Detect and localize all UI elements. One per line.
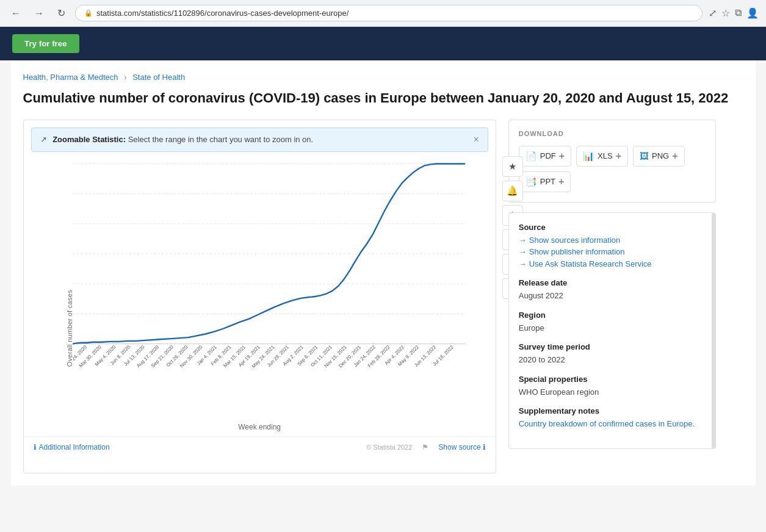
show-source-link[interactable]: Show source ℹ bbox=[438, 443, 485, 451]
release-date-heading: Release date bbox=[519, 278, 706, 287]
site-header: Try for free bbox=[0, 27, 766, 60]
page-content: Health, Pharma & Medtech › State of Heal… bbox=[11, 60, 756, 486]
additional-info-link[interactable]: ℹ Additional Information bbox=[34, 443, 110, 451]
bell-tool-button[interactable]: 🔔 bbox=[502, 181, 523, 201]
zoom-icon: ↗ bbox=[40, 135, 47, 144]
main-layout: ↗ Zoomable Statistic: Select the range i… bbox=[23, 120, 743, 473]
star-tool-button[interactable]: ★ bbox=[502, 156, 523, 177]
download-heading: DOWNLOAD bbox=[519, 130, 706, 137]
zoom-close-button[interactable]: × bbox=[473, 134, 479, 145]
zoom-bold: Zoomable Statistic: bbox=[52, 135, 126, 144]
lock-icon: 🔒 bbox=[84, 9, 93, 17]
share-icon[interactable]: ⤢ bbox=[709, 7, 717, 19]
region-heading: Region bbox=[519, 311, 706, 320]
info-panel: DOWNLOAD 📄 PDF + 📊 XLS + 🖼 PNG bbox=[508, 120, 716, 449]
xls-icon: 📊 bbox=[583, 151, 594, 162]
meta-supplementary: Supplementary notes Country breakdown of… bbox=[519, 406, 706, 430]
chart-card: ↗ Zoomable Statistic: Select the range i… bbox=[23, 120, 496, 473]
source-link-3[interactable]: →Use Ask Statista Research Service bbox=[519, 258, 706, 270]
x-axis-label: Week ending bbox=[24, 423, 496, 436]
source-info-icon: ℹ bbox=[483, 443, 486, 451]
meta-survey-period: Survey time period 2020 to 2022 bbox=[519, 342, 706, 366]
breadcrumb: Health, Pharma & Medtech › State of Heal… bbox=[23, 73, 743, 82]
star-icon[interactable]: ☆ bbox=[721, 7, 730, 19]
meta-region: Region Europe bbox=[519, 311, 706, 334]
browser-bar: ← → ↻ 🔒 statista.com/statistics/1102896/… bbox=[0, 0, 766, 27]
breadcrumb-separator: › bbox=[124, 73, 126, 82]
pdf-label: PDF bbox=[540, 151, 556, 160]
download-pdf-button[interactable]: 📄 PDF + bbox=[519, 146, 571, 167]
chart-bottom-bar: ℹ Additional Information © Statista 2022… bbox=[24, 436, 496, 458]
meta-special-properties: Special properties WHO European region bbox=[519, 375, 706, 398]
chart-svg: 300,000,000 250,000,000 200,000,000 150,… bbox=[73, 158, 465, 372]
scrollbar[interactable] bbox=[712, 213, 715, 448]
source-heading: Source bbox=[519, 223, 706, 232]
png-label: PNG bbox=[652, 151, 669, 160]
chart-area: Overall number of cases 3 bbox=[24, 152, 496, 420]
tab-icon[interactable]: ⧉ bbox=[735, 7, 742, 19]
source-link-1[interactable]: →Show sources information bbox=[519, 234, 706, 246]
breadcrumb-parent[interactable]: Health, Pharma & Medtech bbox=[23, 73, 118, 82]
zoom-banner: ↗ Zoomable Statistic: Select the range i… bbox=[31, 128, 488, 152]
pdf-plus-icon: + bbox=[559, 151, 565, 162]
ppt-label: PPT bbox=[540, 177, 555, 186]
additional-info-label: Additional Information bbox=[39, 443, 110, 451]
chart-right-links: © Statista 2022 ⚑ Show source ℹ bbox=[366, 443, 486, 451]
ppt-icon: 📑 bbox=[526, 176, 537, 187]
page-title: Cumulative number of coronavirus (COVID-… bbox=[23, 89, 743, 107]
profile-icon[interactable]: 👤 bbox=[746, 7, 759, 19]
png-plus-icon: + bbox=[672, 151, 677, 162]
copyright-text: © Statista 2022 bbox=[366, 444, 412, 451]
reload-button[interactable]: ↻ bbox=[54, 6, 69, 20]
flag-icon: ⚑ bbox=[422, 443, 428, 451]
pdf-icon: 📄 bbox=[526, 151, 537, 162]
breadcrumb-current[interactable]: State of Health bbox=[132, 73, 185, 82]
url-bar[interactable]: 🔒 statista.com/statistics/1102896/corona… bbox=[75, 5, 703, 21]
release-date-value: August 2022 bbox=[519, 290, 706, 302]
survey-heading: Survey time period bbox=[519, 342, 706, 351]
png-icon: 🖼 bbox=[640, 151, 649, 161]
chart-svg-container: 300,000,000 250,000,000 200,000,000 150,… bbox=[73, 158, 465, 372]
special-heading: Special properties bbox=[519, 375, 706, 384]
ppt-plus-icon: + bbox=[558, 176, 564, 187]
xls-plus-icon: + bbox=[616, 151, 621, 162]
supplementary-link[interactable]: Country breakdown of confirmed cases in … bbox=[519, 418, 706, 430]
browser-actions: ⤢ ☆ ⧉ 👤 bbox=[709, 7, 759, 19]
back-button[interactable]: ← bbox=[7, 7, 24, 20]
meta-source: Source →Show sources information →Show p… bbox=[519, 223, 706, 270]
meta-release-date: Release date August 2022 bbox=[519, 278, 706, 302]
download-xls-button[interactable]: 📊 XLS + bbox=[576, 146, 628, 167]
survey-period-value: 2020 to 2022 bbox=[519, 354, 706, 366]
download-buttons: 📄 PDF + 📊 XLS + 🖼 PNG + bbox=[519, 146, 706, 192]
download-png-button[interactable]: 🖼 PNG + bbox=[633, 146, 685, 167]
zoom-banner-text: ↗ Zoomable Statistic: Select the range i… bbox=[40, 135, 314, 144]
y-axis-label: Overall number of cases bbox=[66, 290, 73, 367]
forward-button[interactable]: → bbox=[31, 7, 48, 20]
supplementary-heading: Supplementary notes bbox=[519, 406, 706, 415]
download-section: DOWNLOAD 📄 PDF + 📊 XLS + 🖼 PNG bbox=[508, 120, 716, 203]
try-for-free-button[interactable]: Try for free bbox=[12, 34, 79, 53]
info-icon: ℹ bbox=[34, 443, 37, 451]
download-ppt-button[interactable]: 📑 PPT + bbox=[519, 171, 571, 192]
source-link-2[interactable]: →Show publisher information bbox=[519, 246, 706, 258]
show-source-label: Show source bbox=[438, 443, 480, 451]
region-value: Europe bbox=[519, 322, 706, 334]
url-text: statista.com/statistics/1102896/coronavi… bbox=[96, 9, 349, 18]
xls-label: XLS bbox=[598, 151, 613, 160]
chart-wrapper: ↗ Zoomable Statistic: Select the range i… bbox=[23, 120, 496, 473]
meta-section: Source →Show sources information →Show p… bbox=[508, 212, 716, 449]
zoom-text: Select the range in the chart you want t… bbox=[128, 135, 314, 144]
special-value: WHO European region bbox=[519, 386, 706, 398]
